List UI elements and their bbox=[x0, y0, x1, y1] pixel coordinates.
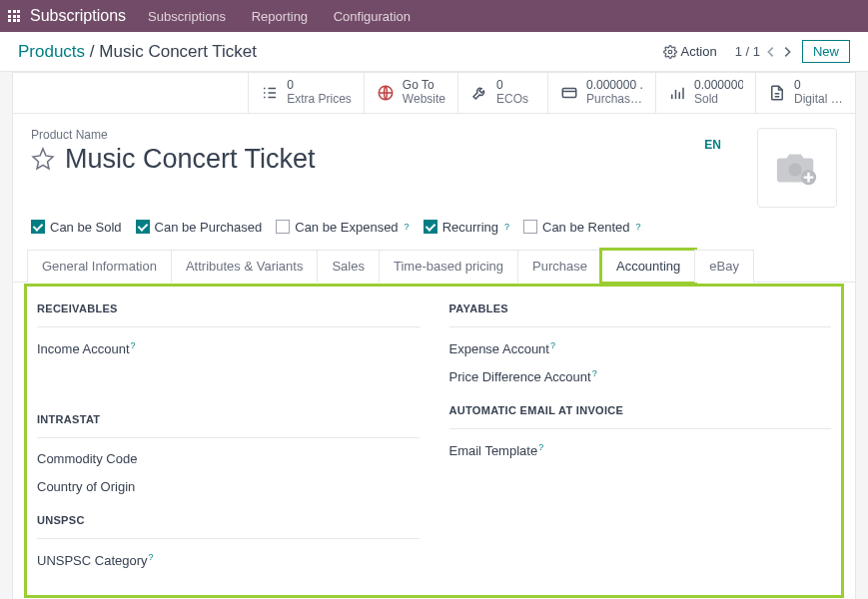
file-icon bbox=[768, 84, 786, 102]
help-icon[interactable]: ? bbox=[504, 222, 509, 232]
help-icon[interactable]: ? bbox=[405, 222, 410, 232]
card-icon bbox=[560, 84, 578, 102]
checkbox-can-be-purchased[interactable]: Can be Purchased bbox=[136, 220, 263, 235]
svg-rect-2 bbox=[562, 88, 576, 97]
field-income-account[interactable]: Income Account? bbox=[37, 339, 420, 358]
app-brand: Subscriptions bbox=[30, 7, 126, 25]
section-payables: PAYABLES bbox=[449, 302, 832, 314]
accounting-tab-content: RECEIVABLES Income Account? INTRASTAT Co… bbox=[27, 287, 841, 596]
nav-reporting[interactable]: Reporting bbox=[252, 9, 308, 24]
checkbox-recurring[interactable]: Recurring? bbox=[424, 220, 509, 235]
stat-digital-files[interactable]: 0Digital Fil… bbox=[755, 73, 855, 113]
new-button[interactable]: New bbox=[802, 40, 850, 63]
product-name-label: Product Name bbox=[31, 128, 688, 142]
field-commodity-code[interactable]: Commodity Code bbox=[37, 450, 420, 468]
stat-buttons-bar: 0Extra Prices Go ToWebsite 0ECOs 0.00000… bbox=[13, 73, 855, 114]
stat-purchased[interactable]: 0.000000 ..Purchased bbox=[547, 73, 655, 113]
field-country-of-origin[interactable]: Country of Origin bbox=[37, 478, 420, 496]
field-expense-account[interactable]: Expense Account? bbox=[449, 339, 832, 358]
checkbox-can-be-sold[interactable]: Can be Sold bbox=[31, 220, 122, 235]
nav-subscriptions[interactable]: Subscriptions bbox=[148, 9, 226, 24]
action-menu-button[interactable]: Action bbox=[663, 44, 717, 59]
gear-icon bbox=[663, 45, 677, 59]
tab-purchase[interactable]: Purchase bbox=[517, 250, 602, 283]
chevron-right-icon[interactable] bbox=[782, 45, 792, 59]
section-automatic-email: AUTOMATIC EMAIL AT INVOICE bbox=[449, 404, 832, 416]
tab-attributes-variants[interactable]: Attributes & Variants bbox=[171, 250, 319, 283]
pager: 1 / 1 bbox=[735, 44, 792, 59]
checkbox-can-be-rented[interactable]: Can be Rented? bbox=[523, 220, 640, 235]
field-email-template[interactable]: Email Template? bbox=[449, 441, 832, 460]
stat-extra-prices[interactable]: 0Extra Prices bbox=[248, 73, 364, 113]
stat-sold[interactable]: 0.000000 ..Sold bbox=[655, 73, 755, 113]
help-icon[interactable]: ? bbox=[550, 340, 555, 350]
chevron-left-icon[interactable] bbox=[766, 45, 776, 59]
stat-go-to-website[interactable]: Go ToWebsite bbox=[364, 73, 457, 113]
tab-time-based-pricing[interactable]: Time-based pricing bbox=[379, 250, 518, 283]
product-image-upload[interactable] bbox=[757, 128, 837, 208]
tab-sales[interactable]: Sales bbox=[317, 250, 380, 283]
tab-ebay[interactable]: eBay bbox=[694, 250, 754, 283]
apps-menu-icon[interactable] bbox=[8, 10, 20, 22]
globe-icon bbox=[377, 84, 395, 102]
help-icon[interactable]: ? bbox=[592, 368, 597, 378]
help-icon[interactable]: ? bbox=[131, 340, 136, 350]
camera-icon bbox=[774, 148, 820, 188]
svg-point-3 bbox=[788, 163, 801, 176]
tab-general-information[interactable]: General Information bbox=[27, 250, 172, 283]
star-icon[interactable] bbox=[31, 147, 55, 171]
breadcrumb-current: Music Concert Ticket bbox=[99, 42, 257, 61]
breadcrumb: Products / Music Concert Ticket bbox=[18, 42, 663, 62]
help-icon[interactable]: ? bbox=[538, 442, 543, 452]
tab-accounting[interactable]: Accounting bbox=[601, 250, 695, 283]
stat-ecos[interactable]: 0ECOs bbox=[457, 73, 547, 113]
list-icon bbox=[261, 84, 279, 102]
nav-configuration[interactable]: Configuration bbox=[334, 9, 411, 24]
wrench-icon bbox=[470, 84, 488, 102]
section-unspsc: UNSPSC bbox=[37, 514, 420, 526]
field-unspsc-category[interactable]: UNSPSC Category? bbox=[37, 551, 420, 570]
product-name[interactable]: Music Concert Ticket bbox=[65, 144, 316, 175]
language-selector[interactable]: EN bbox=[704, 138, 721, 208]
help-icon[interactable]: ? bbox=[635, 222, 640, 232]
bars-icon bbox=[668, 84, 686, 102]
help-icon[interactable]: ? bbox=[149, 552, 154, 562]
section-intrastat: INTRASTAT bbox=[37, 413, 420, 425]
field-price-difference-account[interactable]: Price Difference Account? bbox=[449, 367, 599, 386]
section-receivables: RECEIVABLES bbox=[37, 302, 420, 314]
svg-point-0 bbox=[668, 50, 672, 54]
breadcrumb-root[interactable]: Products bbox=[18, 42, 85, 61]
checkbox-can-be-expensed[interactable]: Can be Expensed? bbox=[276, 220, 409, 235]
